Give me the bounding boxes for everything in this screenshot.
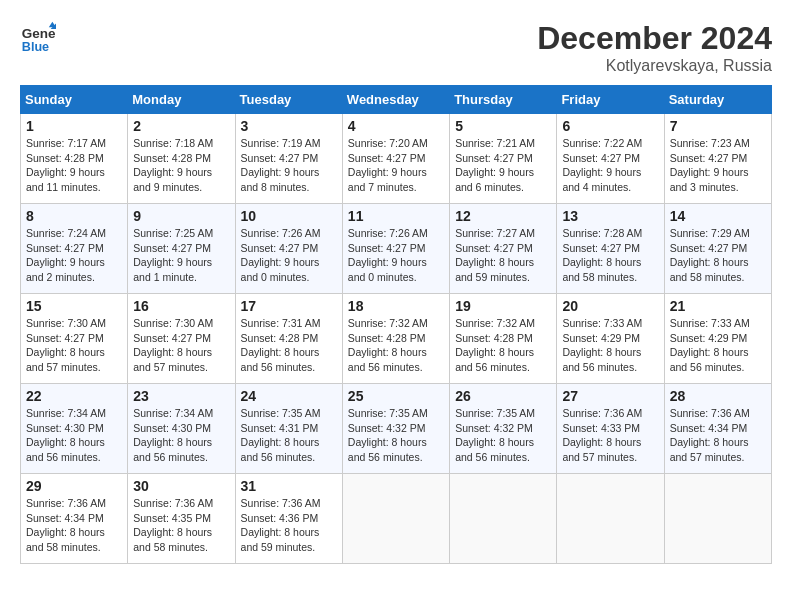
day-number: 26 bbox=[455, 388, 551, 404]
day-info: Sunrise: 7:20 AMSunset: 4:27 PMDaylight:… bbox=[348, 137, 428, 193]
weekday-header-cell: Monday bbox=[128, 86, 235, 114]
calendar-day-cell: 15 Sunrise: 7:30 AMSunset: 4:27 PMDaylig… bbox=[21, 294, 128, 384]
calendar-empty-cell bbox=[342, 474, 449, 564]
day-info: Sunrise: 7:33 AMSunset: 4:29 PMDaylight:… bbox=[562, 317, 642, 373]
day-number: 8 bbox=[26, 208, 122, 224]
day-info: Sunrise: 7:32 AMSunset: 4:28 PMDaylight:… bbox=[455, 317, 535, 373]
calendar-day-cell: 1 Sunrise: 7:17 AMSunset: 4:28 PMDayligh… bbox=[21, 114, 128, 204]
day-info: Sunrise: 7:35 AMSunset: 4:32 PMDaylight:… bbox=[348, 407, 428, 463]
logo-icon: General Blue bbox=[20, 20, 56, 56]
calendar-day-cell: 26 Sunrise: 7:35 AMSunset: 4:32 PMDaylig… bbox=[450, 384, 557, 474]
calendar-day-cell: 7 Sunrise: 7:23 AMSunset: 4:27 PMDayligh… bbox=[664, 114, 771, 204]
calendar-empty-cell bbox=[450, 474, 557, 564]
day-info: Sunrise: 7:30 AMSunset: 4:27 PMDaylight:… bbox=[133, 317, 213, 373]
day-info: Sunrise: 7:18 AMSunset: 4:28 PMDaylight:… bbox=[133, 137, 213, 193]
day-number: 30 bbox=[133, 478, 229, 494]
weekday-header-cell: Tuesday bbox=[235, 86, 342, 114]
calendar-week-row: 1 Sunrise: 7:17 AMSunset: 4:28 PMDayligh… bbox=[21, 114, 772, 204]
day-number: 14 bbox=[670, 208, 766, 224]
day-number: 9 bbox=[133, 208, 229, 224]
day-info: Sunrise: 7:30 AMSunset: 4:27 PMDaylight:… bbox=[26, 317, 106, 373]
day-number: 17 bbox=[241, 298, 337, 314]
day-info: Sunrise: 7:34 AMSunset: 4:30 PMDaylight:… bbox=[26, 407, 106, 463]
day-info: Sunrise: 7:25 AMSunset: 4:27 PMDaylight:… bbox=[133, 227, 213, 283]
month-title: December 2024 bbox=[537, 20, 772, 57]
day-info: Sunrise: 7:19 AMSunset: 4:27 PMDaylight:… bbox=[241, 137, 321, 193]
day-number: 4 bbox=[348, 118, 444, 134]
weekday-header-cell: Saturday bbox=[664, 86, 771, 114]
day-info: Sunrise: 7:33 AMSunset: 4:29 PMDaylight:… bbox=[670, 317, 750, 373]
calendar-week-row: 8 Sunrise: 7:24 AMSunset: 4:27 PMDayligh… bbox=[21, 204, 772, 294]
weekday-header-cell: Friday bbox=[557, 86, 664, 114]
title-block: December 2024 Kotlyarevskaya, Russia bbox=[537, 20, 772, 75]
day-number: 6 bbox=[562, 118, 658, 134]
day-info: Sunrise: 7:29 AMSunset: 4:27 PMDaylight:… bbox=[670, 227, 750, 283]
location: Kotlyarevskaya, Russia bbox=[537, 57, 772, 75]
calendar-day-cell: 12 Sunrise: 7:27 AMSunset: 4:27 PMDaylig… bbox=[450, 204, 557, 294]
day-number: 24 bbox=[241, 388, 337, 404]
day-number: 29 bbox=[26, 478, 122, 494]
day-info: Sunrise: 7:35 AMSunset: 4:32 PMDaylight:… bbox=[455, 407, 535, 463]
calendar-day-cell: 2 Sunrise: 7:18 AMSunset: 4:28 PMDayligh… bbox=[128, 114, 235, 204]
calendar-week-row: 29 Sunrise: 7:36 AMSunset: 4:34 PMDaylig… bbox=[21, 474, 772, 564]
day-info: Sunrise: 7:24 AMSunset: 4:27 PMDaylight:… bbox=[26, 227, 106, 283]
page-header: General Blue December 2024 Kotlyarevskay… bbox=[20, 20, 772, 75]
day-number: 18 bbox=[348, 298, 444, 314]
calendar-week-row: 15 Sunrise: 7:30 AMSunset: 4:27 PMDaylig… bbox=[21, 294, 772, 384]
day-info: Sunrise: 7:21 AMSunset: 4:27 PMDaylight:… bbox=[455, 137, 535, 193]
day-number: 25 bbox=[348, 388, 444, 404]
calendar-empty-cell bbox=[557, 474, 664, 564]
calendar-day-cell: 18 Sunrise: 7:32 AMSunset: 4:28 PMDaylig… bbox=[342, 294, 449, 384]
day-number: 15 bbox=[26, 298, 122, 314]
calendar-day-cell: 11 Sunrise: 7:26 AMSunset: 4:27 PMDaylig… bbox=[342, 204, 449, 294]
day-number: 7 bbox=[670, 118, 766, 134]
day-number: 13 bbox=[562, 208, 658, 224]
day-number: 28 bbox=[670, 388, 766, 404]
day-info: Sunrise: 7:26 AMSunset: 4:27 PMDaylight:… bbox=[348, 227, 428, 283]
calendar-day-cell: 3 Sunrise: 7:19 AMSunset: 4:27 PMDayligh… bbox=[235, 114, 342, 204]
logo: General Blue bbox=[20, 20, 56, 56]
day-info: Sunrise: 7:26 AMSunset: 4:27 PMDaylight:… bbox=[241, 227, 321, 283]
svg-text:Blue: Blue bbox=[22, 40, 49, 54]
day-info: Sunrise: 7:31 AMSunset: 4:28 PMDaylight:… bbox=[241, 317, 321, 373]
day-number: 19 bbox=[455, 298, 551, 314]
weekday-header-row: SundayMondayTuesdayWednesdayThursdayFrid… bbox=[21, 86, 772, 114]
calendar-day-cell: 21 Sunrise: 7:33 AMSunset: 4:29 PMDaylig… bbox=[664, 294, 771, 384]
day-number: 2 bbox=[133, 118, 229, 134]
calendar-day-cell: 9 Sunrise: 7:25 AMSunset: 4:27 PMDayligh… bbox=[128, 204, 235, 294]
calendar-day-cell: 28 Sunrise: 7:36 AMSunset: 4:34 PMDaylig… bbox=[664, 384, 771, 474]
day-info: Sunrise: 7:28 AMSunset: 4:27 PMDaylight:… bbox=[562, 227, 642, 283]
day-info: Sunrise: 7:36 AMSunset: 4:33 PMDaylight:… bbox=[562, 407, 642, 463]
day-info: Sunrise: 7:35 AMSunset: 4:31 PMDaylight:… bbox=[241, 407, 321, 463]
calendar-body: 1 Sunrise: 7:17 AMSunset: 4:28 PMDayligh… bbox=[21, 114, 772, 564]
day-number: 5 bbox=[455, 118, 551, 134]
calendar-day-cell: 6 Sunrise: 7:22 AMSunset: 4:27 PMDayligh… bbox=[557, 114, 664, 204]
calendar-day-cell: 31 Sunrise: 7:36 AMSunset: 4:36 PMDaylig… bbox=[235, 474, 342, 564]
day-info: Sunrise: 7:36 AMSunset: 4:34 PMDaylight:… bbox=[670, 407, 750, 463]
calendar-day-cell: 20 Sunrise: 7:33 AMSunset: 4:29 PMDaylig… bbox=[557, 294, 664, 384]
day-info: Sunrise: 7:23 AMSunset: 4:27 PMDaylight:… bbox=[670, 137, 750, 193]
day-info: Sunrise: 7:34 AMSunset: 4:30 PMDaylight:… bbox=[133, 407, 213, 463]
calendar-day-cell: 8 Sunrise: 7:24 AMSunset: 4:27 PMDayligh… bbox=[21, 204, 128, 294]
day-number: 20 bbox=[562, 298, 658, 314]
day-number: 22 bbox=[26, 388, 122, 404]
day-number: 16 bbox=[133, 298, 229, 314]
calendar-day-cell: 23 Sunrise: 7:34 AMSunset: 4:30 PMDaylig… bbox=[128, 384, 235, 474]
calendar-day-cell: 24 Sunrise: 7:35 AMSunset: 4:31 PMDaylig… bbox=[235, 384, 342, 474]
calendar-day-cell: 14 Sunrise: 7:29 AMSunset: 4:27 PMDaylig… bbox=[664, 204, 771, 294]
day-info: Sunrise: 7:36 AMSunset: 4:36 PMDaylight:… bbox=[241, 497, 321, 553]
day-number: 31 bbox=[241, 478, 337, 494]
calendar-empty-cell bbox=[664, 474, 771, 564]
calendar-day-cell: 22 Sunrise: 7:34 AMSunset: 4:30 PMDaylig… bbox=[21, 384, 128, 474]
calendar-day-cell: 27 Sunrise: 7:36 AMSunset: 4:33 PMDaylig… bbox=[557, 384, 664, 474]
calendar-day-cell: 13 Sunrise: 7:28 AMSunset: 4:27 PMDaylig… bbox=[557, 204, 664, 294]
calendar-day-cell: 4 Sunrise: 7:20 AMSunset: 4:27 PMDayligh… bbox=[342, 114, 449, 204]
day-number: 3 bbox=[241, 118, 337, 134]
calendar-day-cell: 10 Sunrise: 7:26 AMSunset: 4:27 PMDaylig… bbox=[235, 204, 342, 294]
day-info: Sunrise: 7:27 AMSunset: 4:27 PMDaylight:… bbox=[455, 227, 535, 283]
calendar-day-cell: 19 Sunrise: 7:32 AMSunset: 4:28 PMDaylig… bbox=[450, 294, 557, 384]
day-info: Sunrise: 7:36 AMSunset: 4:35 PMDaylight:… bbox=[133, 497, 213, 553]
calendar-table: SundayMondayTuesdayWednesdayThursdayFrid… bbox=[20, 85, 772, 564]
day-number: 27 bbox=[562, 388, 658, 404]
calendar-day-cell: 29 Sunrise: 7:36 AMSunset: 4:34 PMDaylig… bbox=[21, 474, 128, 564]
